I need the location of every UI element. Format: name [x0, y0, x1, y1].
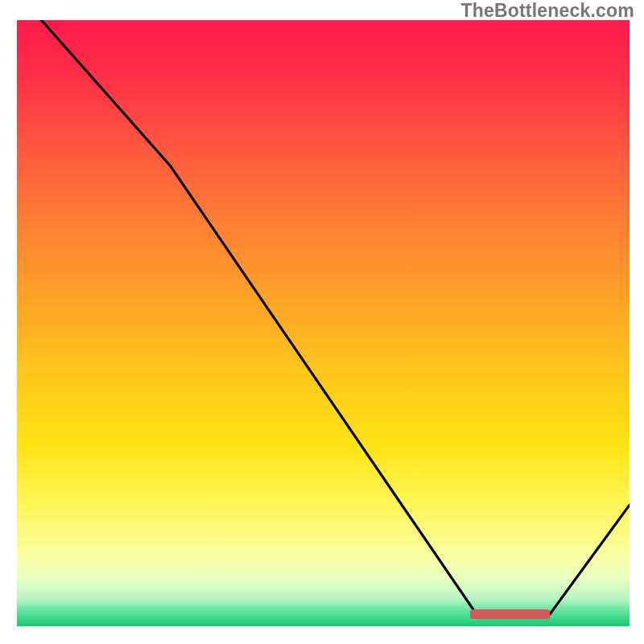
chart-container: TheBottleneck.com: [0, 0, 644, 644]
minimum-band-marker: [470, 609, 550, 619]
watermark-text: TheBottleneck.com: [460, 0, 634, 22]
gradient-background: [17, 20, 630, 626]
plot-area: [17, 20, 630, 626]
chart-svg: [17, 20, 630, 626]
